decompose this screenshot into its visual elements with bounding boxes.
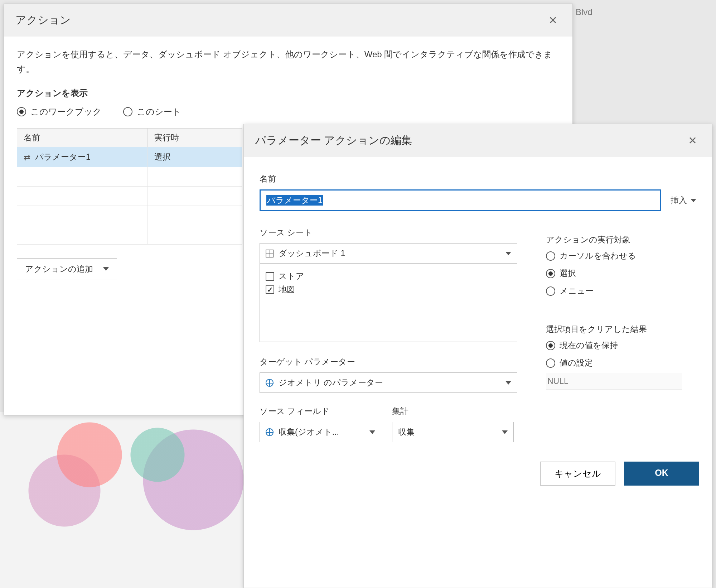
aggregation-label: 集計 <box>392 406 514 417</box>
clear-set-radio[interactable]: 値の設定 <box>546 357 696 368</box>
globe-icon <box>266 428 274 436</box>
run-on-menu-label: メニュー <box>560 285 594 297</box>
chevron-down-icon <box>502 430 508 434</box>
clear-set-label: 値の設定 <box>560 357 593 368</box>
sheet-label: ストア <box>279 271 304 282</box>
target-parameter-select[interactable]: ジオメトリ のパラメーター <box>260 372 517 393</box>
name-label: 名前 <box>260 173 696 184</box>
actions-dialog-header: アクション ✕ <box>4 4 572 37</box>
scope-workbook-radio[interactable]: このワークブック <box>17 106 102 117</box>
col-runon: 実行時 <box>147 128 242 147</box>
source-field-value: 収集(ジオメト... <box>279 426 339 438</box>
background-map <box>0 412 243 588</box>
run-on-select-label: 選択 <box>560 268 576 279</box>
clear-selection-label: 選択項目をクリアした結果 <box>546 324 696 335</box>
show-actions-label: アクションを表示 <box>17 87 560 99</box>
action-name-input[interactable]: パラメーター1 <box>260 189 661 211</box>
close-icon[interactable]: ✕ <box>545 13 561 28</box>
edit-dialog-header: パラメーター アクションの編集 ✕ <box>244 124 712 157</box>
source-field-select[interactable]: 収集(ジオメト... <box>260 422 381 442</box>
insert-label: 挿入 <box>671 195 687 206</box>
row-runon: 選択 <box>147 147 242 167</box>
table-row[interactable]: ⇄パラメーター1 選択 <box>17 147 242 167</box>
sheet-checkbox-store[interactable]: ストア <box>266 271 511 282</box>
radio-dot-icon <box>546 358 555 368</box>
edit-dialog-footer: キャンセル OK <box>244 452 712 495</box>
target-parameter-value: ジオメトリ のパラメーター <box>279 377 383 388</box>
chevron-down-icon <box>103 267 109 271</box>
radio-dot-icon <box>546 251 555 261</box>
clear-keep-label: 現在の値を保持 <box>560 340 618 351</box>
globe-icon <box>266 379 274 387</box>
chevron-down-icon <box>691 199 696 202</box>
insert-button[interactable]: 挿入 <box>671 195 696 206</box>
edit-parameter-action-dialog: パラメーター アクションの編集 ✕ 名前 パラメーター1 挿入 ソース シート … <box>243 124 712 588</box>
table-row[interactable] <box>17 167 242 186</box>
scope-sheet-radio[interactable]: このシート <box>123 106 181 117</box>
background-street-label: Blvd <box>576 7 592 17</box>
radio-dot-icon <box>546 341 555 350</box>
sheet-checkbox-map[interactable]: 地図 <box>266 284 511 295</box>
sheet-label: 地図 <box>279 284 295 295</box>
checkbox-icon <box>266 272 274 281</box>
action-name-text: パラメーター1 <box>266 195 323 206</box>
radio-dot-icon <box>546 269 555 278</box>
add-action-button[interactable]: アクションの追加 <box>17 258 117 280</box>
table-row[interactable] <box>17 206 242 225</box>
actions-dialog-title: アクション <box>15 13 71 28</box>
actions-table: 名前 実行時 ⇄パラメーター1 選択 <box>17 128 242 245</box>
source-sheets-label: ソース シート <box>260 227 526 238</box>
col-name: 名前 <box>17 128 148 147</box>
scope-workbook-label: このワークブック <box>30 106 102 117</box>
chevron-down-icon <box>505 381 511 385</box>
actions-table-header: 名前 実行時 <box>17 128 242 147</box>
radio-dot-icon <box>123 107 132 116</box>
radio-dot-icon <box>546 286 555 296</box>
aggregation-value: 収集 <box>398 426 415 438</box>
actions-description: アクションを使用すると、データ、ダッシュボード オブジェクト、他のワークシート、… <box>17 47 560 77</box>
run-on-hover-radio[interactable]: カーソルを合わせる <box>546 250 696 261</box>
cancel-button[interactable]: キャンセル <box>540 462 615 486</box>
source-dashboard-value: ダッシュボード 1 <box>279 248 345 259</box>
chevron-down-icon <box>505 252 511 255</box>
run-on-menu-radio[interactable]: メニュー <box>546 285 696 297</box>
chevron-down-icon <box>369 430 375 434</box>
aggregation-select[interactable]: 収集 <box>392 422 514 442</box>
table-row[interactable] <box>17 186 242 206</box>
target-parameter-label: ターゲット パラメーター <box>260 356 526 367</box>
parameter-icon: ⇄ <box>24 153 32 162</box>
run-on-hover-label: カーソルを合わせる <box>560 250 636 261</box>
add-action-label: アクションの追加 <box>25 264 93 275</box>
source-field-label: ソース フィールド <box>260 406 381 417</box>
row-name: パラメーター1 <box>35 152 91 162</box>
source-sheet-list: ストア 地図 <box>260 263 517 342</box>
clear-set-value-input <box>546 373 682 390</box>
checkbox-icon <box>266 285 274 294</box>
table-row[interactable] <box>17 225 242 244</box>
run-on-select-radio[interactable]: 選択 <box>546 268 696 279</box>
ok-button[interactable]: OK <box>624 462 699 486</box>
run-on-label: アクションの実行対象 <box>546 234 696 245</box>
close-icon[interactable]: ✕ <box>684 133 701 148</box>
radio-dot-icon <box>17 107 26 116</box>
scope-sheet-label: このシート <box>137 106 181 117</box>
source-dashboard-select[interactable]: ダッシュボード 1 <box>260 243 517 264</box>
clear-keep-radio[interactable]: 現在の値を保持 <box>546 340 696 351</box>
dashboard-icon <box>266 250 274 257</box>
edit-dialog-title: パラメーター アクションの編集 <box>255 133 412 148</box>
